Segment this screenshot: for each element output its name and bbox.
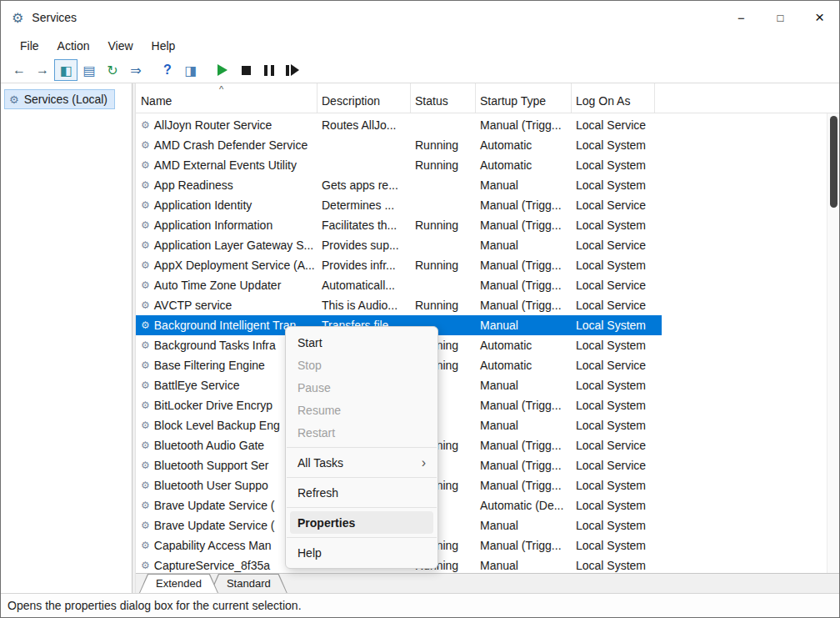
service-status: Running — [411, 158, 476, 172]
tree-item-services-local[interactable]: ⚙ Services (Local) — [4, 89, 115, 109]
export-list-button[interactable]: ⇒ — [124, 59, 148, 81]
service-name: Application Layer Gateway S... — [154, 239, 313, 252]
service-status: Running — [411, 299, 476, 312]
service-name: Brave Update Service ( — [154, 499, 275, 512]
panel-view-icon: ◨ — [184, 63, 197, 78]
service-name: BattlEye Service — [154, 379, 240, 392]
service-gear-icon: ⚙ — [141, 520, 150, 531]
table-row[interactable]: ⚙AMD Crash Defender ServiceRunningAutoma… — [136, 135, 662, 155]
context-menu-item-label: Help — [298, 546, 322, 560]
column-header-description[interactable]: Description — [318, 83, 411, 113]
tab-extended-label: Extended — [156, 577, 202, 590]
service-startup-type: Automatic (De... — [476, 499, 572, 512]
service-log-on-as: Local System — [572, 419, 655, 432]
service-description: Determines ... — [318, 198, 411, 212]
back-button[interactable]: ← — [8, 59, 31, 81]
minimize-button[interactable]: − — [722, 1, 761, 34]
service-startup-type: Automatic — [476, 339, 572, 352]
table-row[interactable]: ⚙AllJoyn Router ServiceRoutes AllJo...Ma… — [136, 115, 662, 135]
column-header-log-on-as[interactable]: Log On As — [572, 83, 655, 113]
refresh-toolbar-button[interactable]: ↻ — [101, 59, 124, 81]
vertical-scrollbar[interactable] — [827, 113, 839, 573]
service-gear-icon: ⚙ — [141, 339, 150, 351]
context-menu-item-help[interactable]: Help — [290, 541, 433, 564]
service-startup-type: Manual — [476, 379, 572, 392]
service-startup-type: Manual (Trigg... — [476, 118, 572, 132]
tab-standard[interactable]: Standard — [210, 574, 288, 593]
forward-button[interactable]: → — [31, 59, 54, 81]
table-row[interactable]: ⚙Application IdentityDetermines ...Manua… — [136, 195, 662, 215]
service-name: Application Information — [154, 219, 272, 232]
table-row[interactable]: ⚙Application InformationFacilitates th..… — [136, 215, 662, 235]
services-tree-icon: ⚙ — [9, 93, 19, 106]
resume-service-button[interactable] — [281, 59, 304, 81]
console-tree-pane: ⚙ Services (Local) — [1, 83, 132, 593]
service-name: Auto Time Zone Updater — [154, 279, 282, 292]
menu-help[interactable]: Help — [142, 36, 185, 56]
context-menu-item-refresh[interactable]: Refresh — [290, 481, 433, 504]
table-row[interactable]: ⚙Application Layer Gateway S...Provides … — [136, 235, 662, 255]
service-description: This is Audio... — [318, 299, 411, 312]
column-header-startup-type[interactable]: Startup Type — [476, 83, 572, 113]
service-name: Bluetooth User Suppo — [154, 479, 268, 492]
service-log-on-as: Local System — [572, 339, 655, 352]
context-menu-separator — [287, 477, 437, 478]
close-button[interactable]: × — [800, 1, 839, 34]
context-menu-item-label: All Tasks — [298, 456, 343, 470]
start-service-button[interactable] — [211, 59, 234, 81]
menu-file[interactable]: File — [11, 36, 48, 56]
service-rows: ⚙AllJoyn Router ServiceRoutes AllJo...Ma… — [136, 113, 839, 573]
context-menu-item-start[interactable]: Start — [290, 331, 433, 354]
service-log-on-as: Local System — [572, 259, 655, 272]
context-menu-item-properties[interactable]: Properties — [290, 511, 433, 534]
titlebar: ⚙ Services − □ × — [1, 1, 839, 34]
service-name-cell: ⚙Application Information — [136, 219, 318, 232]
scrollbar-thumb[interactable] — [830, 116, 838, 208]
window-title: Services — [32, 11, 77, 24]
service-log-on-as: Local System — [572, 519, 655, 532]
service-description: Routes AllJo... — [318, 118, 411, 132]
service-log-on-as: Local System — [572, 399, 655, 412]
menu-action[interactable]: Action — [48, 36, 99, 56]
context-menu-item-label: Refresh — [298, 486, 338, 500]
properties-toolbar-button[interactable]: ▤ — [78, 59, 101, 81]
service-name: Application Identity — [154, 198, 252, 212]
forward-arrow-icon: → — [36, 63, 49, 78]
service-gear-icon: ⚙ — [141, 159, 150, 171]
service-log-on-as: Local System — [572, 479, 655, 492]
submenu-chevron-icon: › — [422, 455, 426, 470]
service-name: AVCTP service — [154, 299, 232, 312]
service-name: Block Level Backup Eng — [154, 419, 280, 432]
standard-view-button[interactable]: ◨ — [179, 59, 202, 81]
status-text: Opens the properties dialog box for the … — [8, 599, 302, 612]
context-menu-separator — [287, 507, 437, 508]
table-row[interactable]: ⚙App ReadinessGets apps re...ManualLocal… — [136, 175, 662, 195]
service-startup-type: Manual (Trigg... — [476, 459, 572, 472]
service-name-cell: ⚙Auto Time Zone Updater — [136, 279, 318, 292]
show-console-tree-button[interactable]: ◧ — [54, 59, 78, 81]
service-gear-icon: ⚙ — [141, 319, 150, 331]
tab-extended[interactable]: Extended — [139, 574, 218, 593]
menu-view[interactable]: View — [98, 36, 142, 56]
context-menu-item-pause: Pause — [290, 376, 433, 399]
table-row[interactable]: ⚙AMD External Events UtilityRunningAutom… — [136, 155, 662, 175]
pause-service-button[interactable] — [258, 59, 281, 81]
service-gear-icon: ⚙ — [141, 219, 150, 231]
service-name: Background Tasks Infra — [154, 339, 276, 352]
service-gear-icon: ⚙ — [141, 279, 150, 291]
help-button[interactable]: ? — [156, 59, 179, 81]
service-gear-icon: ⚙ — [141, 119, 150, 131]
service-gear-icon: ⚙ — [141, 460, 150, 471]
service-status: Running — [411, 138, 476, 152]
context-menu-item-all-tasks[interactable]: All Tasks› — [290, 451, 433, 474]
maximize-button[interactable]: □ — [761, 1, 800, 34]
service-gear-icon: ⚙ — [141, 359, 150, 371]
service-startup-type: Manual (Trigg... — [476, 299, 572, 312]
table-row[interactable]: ⚙Auto Time Zone UpdaterAutomaticall...Ma… — [136, 275, 662, 295]
table-row[interactable]: ⚙AppX Deployment Service (A...Provides i… — [136, 255, 662, 275]
column-header-name[interactable]: Name — [136, 83, 318, 113]
stop-service-button[interactable] — [234, 59, 258, 81]
service-startup-type: Manual (Trigg... — [476, 479, 572, 492]
table-row[interactable]: ⚙AVCTP serviceThis is Audio...RunningMan… — [136, 295, 662, 315]
column-header-status[interactable]: Status — [411, 83, 476, 113]
